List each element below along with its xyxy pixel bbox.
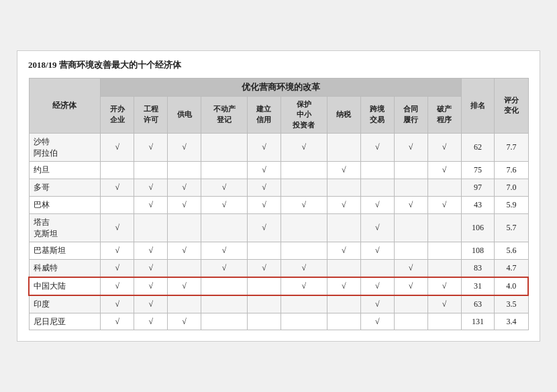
- check-cell: [394, 295, 427, 313]
- table-row: 科威特√√√√√√834.7: [29, 260, 528, 277]
- check-cell: √: [427, 295, 461, 313]
- check-mark: √: [302, 200, 307, 209]
- check-mark: √: [442, 165, 447, 175]
- check-cell: [281, 162, 327, 179]
- check-cell: [281, 295, 327, 313]
- score-cell: 5.7: [495, 213, 528, 242]
- economy-cell: 约旦: [29, 162, 101, 179]
- check-cell: [327, 179, 360, 197]
- data-table: 经济体 优化营商环境的改革 排名 评分 变化 开办 企业 工程 许可 供电 不动…: [28, 78, 529, 331]
- check-mark: √: [182, 317, 187, 326]
- check-mark: √: [222, 200, 227, 209]
- sub-header-5: 建立 信用: [247, 96, 281, 133]
- check-cell: [360, 179, 394, 197]
- economy-cell: 塔吉 克斯坦: [29, 213, 101, 242]
- economy-cell: 巴基斯坦: [29, 242, 101, 260]
- check-mark: √: [115, 223, 119, 232]
- check-cell: [281, 179, 327, 197]
- check-mark: √: [148, 299, 153, 309]
- check-cell: √: [101, 242, 134, 260]
- check-cell: √: [360, 295, 394, 313]
- check-cell: √: [360, 213, 394, 242]
- check-mark: √: [375, 223, 380, 232]
- check-cell: [247, 277, 281, 295]
- check-mark: √: [115, 317, 119, 326]
- check-cell: [201, 133, 248, 162]
- check-cell: √: [134, 197, 168, 214]
- check-mark: √: [182, 246, 187, 255]
- check-cell: √: [101, 277, 134, 295]
- check-cell: √: [101, 213, 134, 242]
- score-cell: 3.4: [495, 313, 528, 330]
- check-cell: [247, 242, 281, 260]
- check-mark: √: [262, 183, 266, 192]
- check-cell: √: [201, 179, 248, 197]
- check-mark: √: [148, 200, 153, 209]
- check-cell: [427, 313, 461, 330]
- check-mark: √: [375, 299, 380, 309]
- rank-cell: 62: [461, 133, 495, 162]
- check-cell: [168, 213, 201, 242]
- check-mark: √: [262, 223, 266, 232]
- economy-cell: 巴林: [29, 197, 101, 214]
- check-cell: √: [327, 242, 360, 260]
- check-mark: √: [375, 200, 380, 209]
- sub-header-9: 合同 履行: [394, 96, 427, 133]
- check-mark: √: [148, 281, 153, 291]
- check-cell: [394, 179, 427, 197]
- check-mark: √: [342, 246, 346, 255]
- table-row: 印度√√√√633.5: [29, 295, 528, 313]
- check-mark: √: [115, 281, 119, 291]
- check-cell: √: [360, 313, 394, 330]
- check-cell: [134, 162, 168, 179]
- check-cell: [394, 242, 427, 260]
- sub-header-6: 保护 中小 投资者: [281, 96, 327, 133]
- check-cell: √: [394, 197, 427, 214]
- check-mark: √: [115, 263, 119, 273]
- check-cell: √: [427, 197, 461, 214]
- check-mark: √: [182, 281, 187, 291]
- check-cell: [201, 213, 248, 242]
- check-mark: √: [115, 183, 119, 192]
- check-cell: [327, 295, 360, 313]
- check-mark: √: [375, 142, 380, 152]
- check-cell: [101, 197, 134, 214]
- rank-cell: 75: [461, 162, 495, 179]
- check-cell: √: [327, 197, 360, 214]
- check-cell: √: [360, 242, 394, 260]
- check-cell: [427, 179, 461, 197]
- check-mark: √: [409, 263, 413, 273]
- check-cell: [427, 213, 461, 242]
- check-mark: √: [409, 200, 413, 209]
- check-cell: √: [394, 133, 427, 162]
- check-mark: √: [302, 142, 307, 152]
- check-mark: √: [148, 263, 153, 273]
- rank-cell: 43: [461, 197, 495, 214]
- check-cell: √: [101, 295, 134, 313]
- check-cell: √: [101, 313, 134, 330]
- check-cell: [201, 313, 248, 330]
- check-cell: [394, 213, 427, 242]
- economy-cell: 中国大陆: [29, 277, 101, 295]
- check-mark: √: [375, 281, 380, 291]
- check-cell: √: [134, 242, 168, 260]
- check-cell: √: [247, 162, 281, 179]
- economy-header: 经济体: [29, 78, 101, 133]
- check-cell: √: [201, 260, 248, 277]
- check-mark: √: [302, 281, 307, 291]
- check-mark: √: [262, 200, 266, 209]
- score-cell: 4.7: [495, 260, 528, 277]
- score-cell: 7.6: [495, 162, 528, 179]
- check-mark: √: [409, 281, 413, 291]
- rank-cell: 83: [461, 260, 495, 277]
- check-mark: √: [115, 246, 119, 255]
- table-row: 约旦√√√757.6: [29, 162, 528, 179]
- check-cell: √: [247, 197, 281, 214]
- rank-cell: 131: [461, 313, 495, 330]
- score-cell: 3.5: [495, 295, 528, 313]
- table-row: 尼日尼亚√√√√1313.4: [29, 313, 528, 330]
- rank-cell: 108: [461, 242, 495, 260]
- check-mark: √: [115, 299, 119, 309]
- check-cell: √: [168, 242, 201, 260]
- rank-cell: 97: [461, 179, 495, 197]
